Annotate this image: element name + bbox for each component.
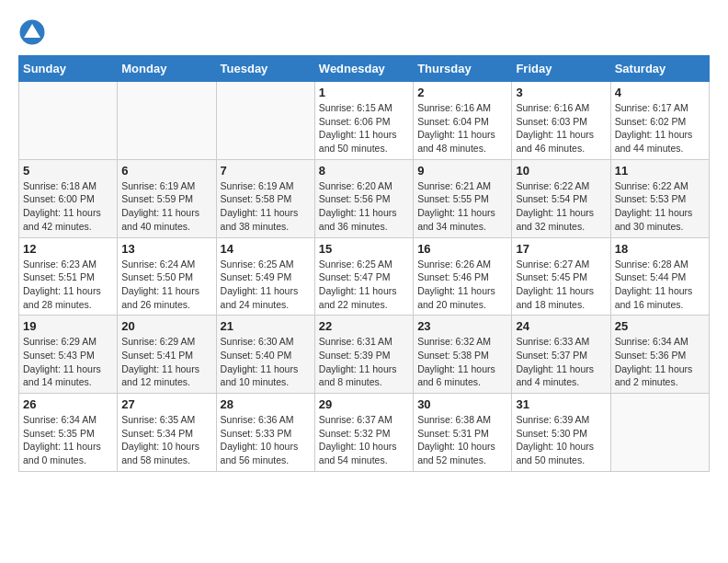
day-number: 16 (417, 242, 507, 256)
day-info: Sunrise: 6:29 AM Sunset: 5:43 PM Dayligh… (23, 335, 113, 389)
weekday-header-tuesday: Tuesday (216, 56, 314, 82)
logo-icon (18, 18, 46, 46)
day-info: Sunrise: 6:15 AM Sunset: 6:06 PM Dayligh… (319, 101, 409, 155)
weekday-header-saturday: Saturday (610, 56, 709, 82)
calendar-week-1: 1Sunrise: 6:15 AM Sunset: 6:06 PM Daylig… (19, 82, 710, 160)
day-info: Sunrise: 6:21 AM Sunset: 5:55 PM Dayligh… (417, 179, 507, 234)
day-number: 25 (615, 319, 705, 333)
day-info: Sunrise: 6:34 AM Sunset: 5:36 PM Dayligh… (615, 335, 705, 389)
calendar-cell (118, 82, 216, 160)
weekday-row: SundayMondayTuesdayWednesdayThursdayFrid… (19, 56, 710, 82)
day-number: 9 (417, 164, 507, 178)
calendar-cell: 5Sunrise: 6:18 AM Sunset: 6:00 PM Daylig… (19, 159, 118, 237)
weekday-header-monday: Monday (118, 56, 216, 82)
day-number: 18 (615, 242, 705, 256)
day-number: 12 (23, 242, 113, 256)
day-number: 19 (23, 319, 113, 333)
day-info: Sunrise: 6:19 AM Sunset: 5:58 PM Dayligh… (221, 179, 311, 234)
day-number: 10 (516, 164, 606, 178)
day-number: 13 (121, 242, 211, 256)
calendar-cell: 16Sunrise: 6:26 AM Sunset: 5:46 PM Dayli… (414, 237, 512, 316)
calendar-cell: 30Sunrise: 6:38 AM Sunset: 5:31 PM Dayli… (414, 394, 512, 472)
day-info: Sunrise: 6:24 AM Sunset: 5:50 PM Dayligh… (121, 258, 211, 312)
calendar-cell: 2Sunrise: 6:16 AM Sunset: 6:04 PM Daylig… (414, 82, 512, 160)
day-info: Sunrise: 6:27 AM Sunset: 5:45 PM Dayligh… (516, 258, 606, 312)
day-info: Sunrise: 6:28 AM Sunset: 5:44 PM Dayligh… (615, 258, 705, 312)
calendar-cell: 11Sunrise: 6:22 AM Sunset: 5:53 PM Dayli… (610, 159, 709, 237)
day-number: 26 (23, 397, 113, 411)
calendar-body: 1Sunrise: 6:15 AM Sunset: 6:06 PM Daylig… (19, 82, 710, 472)
day-number: 30 (417, 397, 507, 411)
calendar-table: SundayMondayTuesdayWednesdayThursdayFrid… (18, 55, 710, 472)
day-number: 31 (516, 397, 606, 411)
day-number: 14 (221, 242, 311, 256)
day-number: 4 (615, 86, 705, 99)
calendar-cell: 22Sunrise: 6:31 AM Sunset: 5:39 PM Dayli… (314, 316, 413, 394)
calendar-cell: 1Sunrise: 6:15 AM Sunset: 6:06 PM Daylig… (314, 82, 413, 160)
day-info: Sunrise: 6:39 AM Sunset: 5:30 PM Dayligh… (516, 413, 606, 467)
calendar-cell: 25Sunrise: 6:34 AM Sunset: 5:36 PM Dayli… (610, 316, 709, 394)
calendar-cell: 8Sunrise: 6:20 AM Sunset: 5:56 PM Daylig… (314, 159, 413, 237)
calendar-cell: 9Sunrise: 6:21 AM Sunset: 5:55 PM Daylig… (414, 159, 512, 237)
day-number: 22 (319, 319, 409, 333)
weekday-header-sunday: Sunday (19, 56, 118, 82)
day-number: 29 (319, 397, 409, 411)
day-info: Sunrise: 6:20 AM Sunset: 5:56 PM Dayligh… (319, 179, 409, 234)
calendar-week-4: 19Sunrise: 6:29 AM Sunset: 5:43 PM Dayli… (19, 316, 710, 394)
calendar-week-5: 26Sunrise: 6:34 AM Sunset: 5:35 PM Dayli… (19, 394, 710, 472)
day-number: 21 (221, 319, 311, 333)
day-number: 3 (516, 86, 606, 99)
calendar-cell: 27Sunrise: 6:35 AM Sunset: 5:34 PM Dayli… (118, 394, 216, 472)
calendar-cell (216, 82, 314, 160)
day-info: Sunrise: 6:25 AM Sunset: 5:49 PM Dayligh… (221, 258, 311, 312)
day-number: 6 (121, 164, 211, 178)
day-info: Sunrise: 6:16 AM Sunset: 6:04 PM Dayligh… (417, 101, 507, 155)
calendar-cell (610, 394, 709, 472)
day-info: Sunrise: 6:26 AM Sunset: 5:46 PM Dayligh… (417, 258, 507, 312)
day-info: Sunrise: 6:23 AM Sunset: 5:51 PM Dayligh… (23, 258, 113, 312)
day-info: Sunrise: 6:31 AM Sunset: 5:39 PM Dayligh… (319, 335, 409, 389)
calendar-header: SundayMondayTuesdayWednesdayThursdayFrid… (19, 56, 710, 82)
calendar-cell: 19Sunrise: 6:29 AM Sunset: 5:43 PM Dayli… (19, 316, 118, 394)
day-number: 28 (221, 397, 311, 411)
weekday-header-thursday: Thursday (414, 56, 512, 82)
day-number: 1 (319, 86, 409, 99)
day-number: 17 (516, 242, 606, 256)
day-number: 2 (417, 86, 507, 99)
day-info: Sunrise: 6:34 AM Sunset: 5:35 PM Dayligh… (23, 413, 113, 467)
day-number: 24 (516, 319, 606, 333)
day-number: 7 (221, 164, 311, 178)
day-info: Sunrise: 6:22 AM Sunset: 5:53 PM Dayligh… (615, 179, 705, 234)
day-info: Sunrise: 6:33 AM Sunset: 5:37 PM Dayligh… (516, 335, 606, 389)
calendar-cell: 29Sunrise: 6:37 AM Sunset: 5:32 PM Dayli… (314, 394, 413, 472)
day-number: 15 (319, 242, 409, 256)
day-number: 27 (121, 397, 211, 411)
day-info: Sunrise: 6:22 AM Sunset: 5:54 PM Dayligh… (516, 179, 606, 234)
calendar-cell (19, 82, 118, 160)
day-info: Sunrise: 6:18 AM Sunset: 6:00 PM Dayligh… (23, 179, 113, 234)
calendar-cell: 28Sunrise: 6:36 AM Sunset: 5:33 PM Dayli… (216, 394, 314, 472)
day-info: Sunrise: 6:38 AM Sunset: 5:31 PM Dayligh… (417, 413, 507, 467)
page-header (18, 18, 710, 46)
day-info: Sunrise: 6:37 AM Sunset: 5:32 PM Dayligh… (319, 413, 409, 467)
day-number: 20 (121, 319, 211, 333)
day-info: Sunrise: 6:17 AM Sunset: 6:02 PM Dayligh… (615, 101, 705, 155)
calendar-cell: 12Sunrise: 6:23 AM Sunset: 5:51 PM Dayli… (19, 237, 118, 316)
logo (18, 18, 50, 46)
calendar-cell: 6Sunrise: 6:19 AM Sunset: 5:59 PM Daylig… (118, 159, 216, 237)
calendar-cell: 17Sunrise: 6:27 AM Sunset: 5:45 PM Dayli… (512, 237, 610, 316)
calendar-cell: 10Sunrise: 6:22 AM Sunset: 5:54 PM Dayli… (512, 159, 610, 237)
calendar-cell: 14Sunrise: 6:25 AM Sunset: 5:49 PM Dayli… (216, 237, 314, 316)
day-info: Sunrise: 6:36 AM Sunset: 5:33 PM Dayligh… (221, 413, 311, 467)
weekday-header-friday: Friday (512, 56, 610, 82)
calendar-cell: 23Sunrise: 6:32 AM Sunset: 5:38 PM Dayli… (414, 316, 512, 394)
calendar-week-3: 12Sunrise: 6:23 AM Sunset: 5:51 PM Dayli… (19, 237, 710, 316)
calendar-cell: 24Sunrise: 6:33 AM Sunset: 5:37 PM Dayli… (512, 316, 610, 394)
day-number: 23 (417, 319, 507, 333)
calendar-cell: 4Sunrise: 6:17 AM Sunset: 6:02 PM Daylig… (610, 82, 709, 160)
day-number: 11 (615, 164, 705, 178)
calendar-cell: 7Sunrise: 6:19 AM Sunset: 5:58 PM Daylig… (216, 159, 314, 237)
day-info: Sunrise: 6:19 AM Sunset: 5:59 PM Dayligh… (121, 179, 211, 234)
weekday-header-wednesday: Wednesday (314, 56, 413, 82)
day-info: Sunrise: 6:16 AM Sunset: 6:03 PM Dayligh… (516, 101, 606, 155)
